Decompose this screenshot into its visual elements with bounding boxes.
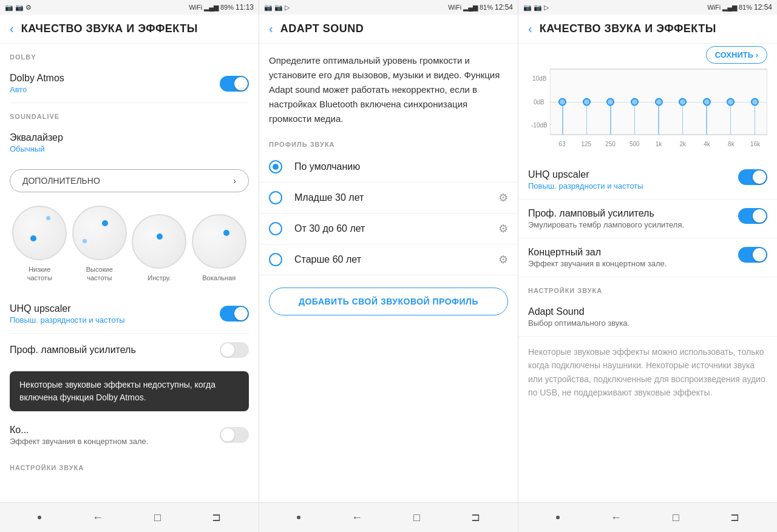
bass-outer-dot — [46, 216, 50, 220]
prof-amp-setting[interactable]: Проф. ламповый усилитель Эмулировать тем… — [518, 200, 777, 238]
signal-icon-1: ▂▄▆ — [204, 4, 219, 12]
time-3: 12:54 — [754, 3, 772, 12]
nav-dot-2[interactable] — [297, 516, 300, 519]
gear-icon-over60[interactable]: ⚙ — [498, 253, 508, 266]
eq-knob-instrument: Инстру. — [132, 214, 186, 282]
nav-dot-3[interactable] — [556, 516, 560, 519]
eq-knob-bass-circle[interactable] — [12, 206, 67, 260]
concert-toggle-3[interactable] — [738, 247, 767, 263]
profile-default[interactable]: По умолчанию — [259, 152, 518, 183]
chart-col-250 — [599, 69, 623, 135]
status-icons-left-2: 📷 📷 ▷ — [264, 4, 290, 12]
concert-title-3: Концертный зал — [528, 247, 738, 258]
wifi-icon-1: WiFi — [189, 4, 202, 11]
screen-icon-2: 📷 — [274, 4, 283, 12]
chart-dot-1k — [655, 98, 663, 106]
advanced-label: ДОПОЛНИТЕЛЬНО — [22, 176, 100, 186]
nav-back-2[interactable]: ← — [351, 511, 362, 524]
panel2-title: ADAPT SOUND — [280, 22, 364, 35]
status-icons-right-3: WiFi ▂▄▆ 81% 12:54 — [707, 3, 772, 12]
dolby-atmos-item[interactable]: Dolby Atmos Авто — [0, 64, 259, 103]
nav-back-1[interactable]: ← — [92, 511, 103, 524]
concert-content-3: Концертный зал Эффект звучания в концерт… — [528, 247, 738, 268]
status-bar-panel1: 📷 📷 ⚙ WiFi ▂▄▆ 89% 11:13 — [0, 0, 259, 15]
nav-back-3[interactable]: ← — [611, 511, 622, 524]
uhq-item-1[interactable]: UHQ upscaler Повыш. разрядности и частот… — [0, 295, 259, 333]
instrument-center-dot — [157, 234, 163, 240]
advanced-button[interactable]: ДОПОЛНИТЕЛЬНО › — [10, 169, 249, 192]
back-button-3[interactable]: ‹ — [528, 22, 532, 36]
x-label-250: 250 — [599, 141, 623, 147]
uhq-toggle-1[interactable] — [220, 306, 249, 322]
eq-knob-treble-circle[interactable] — [72, 206, 127, 260]
x-label-1k: 1k — [646, 141, 671, 147]
toggle-thumb-dolby — [234, 77, 248, 90]
gear-icon-under30[interactable]: ⚙ — [498, 191, 508, 204]
panel-adapt-sound: ‹ ADAPT SOUND Определите оптимальный уро… — [259, 15, 518, 502]
nav-home-1[interactable]: □ — [154, 511, 161, 524]
adapt-btn-partial[interactable]: СОХНИТЬ › — [706, 46, 767, 64]
soundalive-section-label: SOUNDALIVE — [0, 103, 259, 124]
dolby-atmos-toggle[interactable] — [220, 76, 249, 92]
prof-amp-item[interactable]: Проф. ламповый усилитель — [0, 334, 259, 366]
treble-center-dot — [102, 220, 108, 226]
radio-default-inner — [273, 164, 279, 170]
nav-recent-2[interactable]: ⊐ — [471, 511, 480, 524]
concert-setting[interactable]: Концертный зал Эффект звучания в концерт… — [518, 238, 777, 277]
prof-amp-toggle[interactable] — [220, 342, 249, 358]
concert-toggle-thumb-3 — [753, 248, 766, 261]
prof-amp-content-3: Проф. ламповый усилитель Эмулировать тем… — [528, 208, 738, 229]
camera-icon-1: 📷 — [5, 4, 13, 12]
profile-30to60[interactable]: От 30 до 60 лет ⚙ — [259, 214, 518, 244]
concert-item-1[interactable]: Ко... Эффект звучания в концертном зале. — [0, 416, 259, 454]
chart-dot-16k — [751, 98, 759, 106]
vocal-center-dot — [223, 230, 229, 236]
radio-30to60-circle — [269, 222, 282, 235]
nav-recent-3[interactable]: ⊐ — [730, 511, 739, 524]
uhq-content-3: UHQ upscaler Повыш. разрядности и частот… — [528, 169, 738, 190]
chart-dot-63 — [558, 98, 566, 106]
nav-dot-1[interactable] — [38, 516, 41, 519]
uhq-toggle-thumb-1 — [234, 307, 248, 320]
eq-knob-vocal-circle[interactable] — [192, 214, 246, 269]
status-bar-panel2: 📷 📷 ▷ WiFi ▂▄▆ 81% 12:54 — [259, 0, 518, 15]
chart-col-2k — [671, 69, 695, 135]
signal-icon-2: ▂▄▆ — [463, 4, 478, 12]
camera-icon-2: 📷 — [264, 4, 273, 12]
play-icon-2: ▷ — [285, 4, 290, 12]
uhq-title-3: UHQ upscaler — [528, 169, 738, 180]
nav-recent-1[interactable]: ⊐ — [212, 511, 221, 524]
prof-amp-row: Проф. ламповый усилитель Эмулировать тем… — [528, 208, 767, 229]
dolby-section-label: DOLBY — [0, 44, 259, 64]
back-button-1[interactable]: ‹ — [10, 22, 14, 36]
nav-bar-1: ← □ ⊐ — [0, 503, 259, 532]
nav-home-2[interactable]: □ — [413, 511, 420, 524]
chart-dot-8k — [727, 98, 735, 106]
profile-over60[interactable]: Старше 60 лет ⚙ — [259, 244, 518, 275]
prof-amp-toggle-3[interactable] — [738, 208, 767, 224]
eq-knob-instrument-circle[interactable] — [132, 214, 186, 269]
profile-30to60-label: От 30 до 60 лет — [294, 223, 498, 234]
chart-col-1k — [646, 69, 671, 135]
treble-label: Высокиечастоты — [86, 265, 113, 283]
chart-label-minus10db: -10dB — [531, 122, 548, 129]
uhq-toggle-3[interactable] — [738, 169, 767, 185]
dolby-tooltip: Некоторые звуковые эффекты недоступны, к… — [10, 371, 249, 411]
dolby-atmos-subtitle: Авто — [10, 85, 220, 94]
nav-home-3[interactable]: □ — [673, 511, 679, 524]
adapt-sound-setting[interactable]: Adapt Sound Выбор оптимального звука. — [518, 298, 777, 337]
chart-background: 10dB 0dB -10dB — [550, 69, 767, 135]
equalizer-item[interactable]: Эквалайзер Обычный — [0, 124, 259, 162]
eq-knob-vocal: Вокальная — [192, 214, 246, 282]
add-profile-button[interactable]: ДОБАВИТЬ СВОЙ ЗВУКОВОЙ ПРОФИЛЬ — [269, 288, 508, 315]
chart-label-0db: 0dB — [534, 99, 545, 106]
profile-under30[interactable]: Младше 30 лет ⚙ — [259, 183, 518, 214]
gear-icon-30to60[interactable]: ⚙ — [498, 222, 508, 235]
instrument-label: Инстру. — [148, 274, 171, 282]
back-button-2[interactable]: ‹ — [269, 22, 273, 36]
profile-over60-label: Старше 60 лет — [294, 254, 498, 265]
chart-col-125 — [575, 69, 599, 135]
uhq-setting[interactable]: UHQ upscaler Повыш. разрядности и частот… — [518, 161, 777, 200]
panel1-header: ‹ КАЧЕСТВО ЗВУКА И ЭФФЕКТЫ — [0, 15, 259, 44]
concert-toggle-1[interactable] — [220, 427, 249, 443]
